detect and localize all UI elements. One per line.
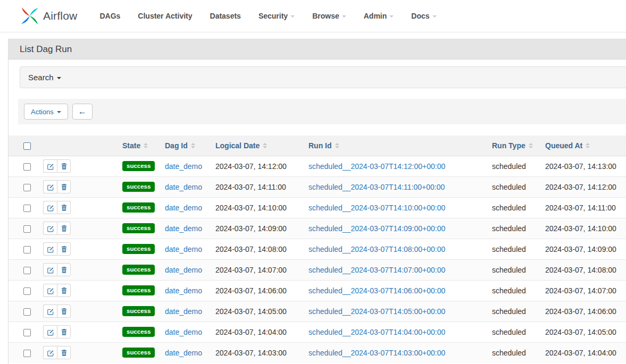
row-action-buttons [43,180,71,193]
back-button[interactable]: ← [72,104,93,120]
delete-button[interactable] [57,159,71,173]
dag-id-link[interactable]: date_demo [165,266,202,274]
delete-button[interactable] [57,304,71,318]
row-checkbox[interactable] [23,350,31,357]
edit-button[interactable] [43,242,57,256]
sort-icon [191,143,195,148]
column-header-state[interactable]: State [122,141,148,150]
airflow-logo[interactable]: Airflow [19,5,77,27]
row-checkbox[interactable] [23,205,31,212]
edit-button[interactable] [43,346,57,359]
edit-pencil-icon [47,266,54,274]
search-label: Search [28,73,54,82]
nav-item-browse[interactable]: Browse [312,12,346,20]
row-checkbox[interactable] [23,225,31,233]
edit-button[interactable] [43,180,57,193]
run-type-cell: scheduled [490,176,543,197]
queued-at-cell: 2024-03-07, 14:13:00 [543,156,626,176]
dag-id-link[interactable]: date_demo [165,224,202,233]
logical-date-cell: 2024-03-07, 14:11:00 [213,176,306,197]
nav-item-security[interactable]: Security [258,12,295,20]
column-header-queued-at[interactable]: Queued At [545,141,590,150]
queued-at-cell: 2024-03-07, 14:04:00 [543,342,626,363]
edit-button[interactable] [43,201,57,214]
dag-id-link[interactable]: date_demo [165,286,202,295]
run-id-link[interactable]: scheduled__2024-03-07T14:12:00+00:00 [308,162,445,171]
row-checkbox[interactable] [23,329,31,336]
column-header-run-type[interactable]: Run Type [492,141,533,150]
nav-item-cluster-activity[interactable]: Cluster Activity [138,12,192,20]
logical-date-cell: 2024-03-07, 14:12:00 [213,156,306,176]
search-accordion-toggle[interactable]: Search [20,66,626,88]
delete-button[interactable] [57,180,71,193]
row-action-buttons [43,346,71,359]
row-checkbox[interactable] [23,246,31,253]
edit-pencil-icon [47,225,54,232]
back-arrow-icon: ← [78,107,87,116]
delete-button[interactable] [57,263,71,276]
edit-button[interactable] [43,304,57,318]
chevron-down-icon [342,15,346,18]
row-checkbox[interactable] [23,163,31,171]
brand-name: Airflow [43,10,77,22]
trash-icon [61,266,68,274]
dag-id-link[interactable]: date_demo [165,245,202,253]
trash-icon [61,287,68,294]
state-badge: success [122,306,155,316]
state-badge: success [122,182,155,192]
dag-id-link[interactable]: date_demo [165,307,202,316]
queued-at-cell: 2024-03-07, 14:10:00 [543,218,626,239]
delete-button[interactable] [57,201,71,214]
run-id-link[interactable]: scheduled__2024-03-07T14:10:00+00:00 [308,204,445,212]
row-checkbox[interactable] [23,184,31,191]
run-id-link[interactable]: scheduled__2024-03-07T14:04:00+00:00 [308,328,445,336]
column-header-run-id[interactable]: Run Id [308,141,339,150]
edit-button[interactable] [43,159,57,173]
actions-dropdown-button[interactable]: Actions [24,104,68,120]
dag-id-link[interactable]: date_demo [165,183,202,191]
delete-button[interactable] [57,284,71,297]
nav-item-datasets[interactable]: Datasets [210,12,241,20]
edit-button[interactable] [43,222,57,235]
state-badge: success [122,265,155,275]
main-nav: DAGs Cluster Activity Datasets Security … [99,12,436,20]
run-id-link[interactable]: scheduled__2024-03-07T14:03:00+00:00 [308,349,445,357]
delete-button[interactable] [57,325,71,338]
sort-icon [529,143,533,148]
state-badge: success [122,223,155,233]
row-checkbox[interactable] [23,287,31,295]
row-action-buttons [43,201,71,214]
queued-at-cell: 2024-03-07, 14:06:00 [543,301,626,321]
run-id-link[interactable]: scheduled__2024-03-07T14:05:00+00:00 [308,307,445,316]
row-checkbox[interactable] [23,267,31,274]
run-id-link[interactable]: scheduled__2024-03-07T14:11:00+00:00 [308,183,445,191]
edit-pencil-icon [47,246,54,253]
run-id-link[interactable]: scheduled__2024-03-07T14:07:00+00:00 [308,266,445,274]
trash-icon [61,328,68,336]
dag-id-link[interactable]: date_demo [165,349,202,357]
nav-item-docs[interactable]: Docs [411,12,436,20]
table-header-row: State Dag Id Logical Date Run Id Run Typ… [9,136,626,156]
column-header-dag-id[interactable]: Dag Id [165,141,195,150]
dag-id-link[interactable]: date_demo [165,204,202,212]
edit-button[interactable] [43,263,57,276]
delete-button[interactable] [57,242,71,256]
row-checkbox[interactable] [23,308,31,316]
trash-icon [61,308,68,315]
run-id-link[interactable]: scheduled__2024-03-07T14:06:00+00:00 [308,286,445,295]
dag-id-link[interactable]: date_demo [165,162,202,171]
nav-item-admin[interactable]: Admin [364,12,394,20]
run-type-cell: scheduled [490,218,543,239]
run-id-link[interactable]: scheduled__2024-03-07T14:08:00+00:00 [308,245,445,253]
edit-button[interactable] [43,325,57,338]
column-header-logical-date[interactable]: Logical Date [215,141,267,150]
delete-button[interactable] [57,346,71,359]
logical-date-cell: 2024-03-07, 14:07:00 [213,259,306,280]
dag-id-link[interactable]: date_demo [165,328,202,336]
select-all-checkbox[interactable] [23,142,31,150]
delete-button[interactable] [57,222,71,235]
edit-button[interactable] [43,284,57,297]
run-id-link[interactable]: scheduled__2024-03-07T14:09:00+00:00 [308,224,445,233]
list-dag-run-panel: List Dag Run Search Actions ← State Dag … [8,39,626,364]
nav-item-dags[interactable]: DAGs [99,12,120,20]
